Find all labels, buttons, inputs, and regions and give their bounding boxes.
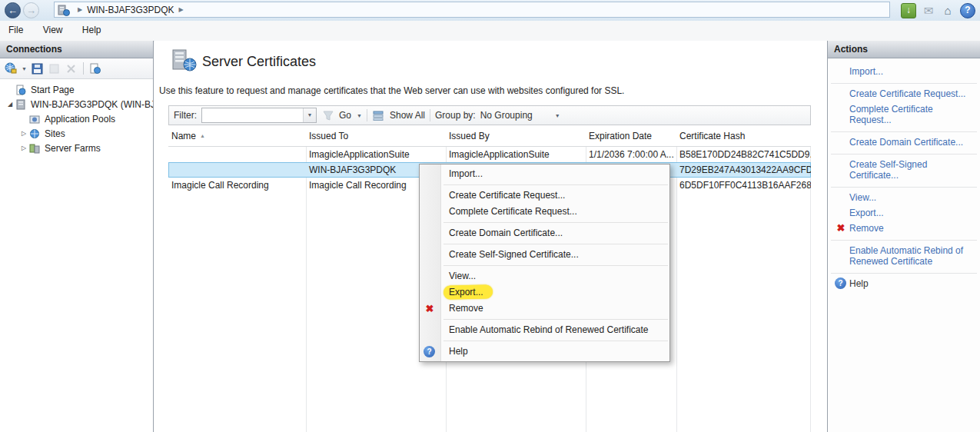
help-icon[interactable]: ?	[960, 3, 975, 18]
server-icon	[58, 5, 70, 15]
connection-dropdown-icon[interactable]: ▼	[22, 66, 27, 71]
go-dropdown-icon[interactable]: ▼	[357, 113, 362, 118]
remove-x-icon: ✖	[835, 222, 847, 234]
column-header-issued-by[interactable]: Issued By	[446, 127, 586, 146]
action-help[interactable]: ? Help	[831, 276, 977, 291]
menu-file[interactable]: File	[0, 21, 32, 39]
action-import[interactable]: Import...	[831, 64, 977, 79]
column-header-issued-to[interactable]: Issued To	[306, 127, 446, 146]
page-title: Server Certificates	[202, 54, 316, 70]
sites-icon	[29, 128, 42, 139]
menu-separator	[443, 319, 668, 320]
column-header-hash[interactable]: Certificate Hash	[676, 127, 811, 146]
cell-issued-to: ImagicleApplicationSuite	[306, 147, 446, 162]
tree-item-label: WIN-BJAF3G3PDQK (WIN-BJA	[31, 99, 153, 110]
refresh-icon	[48, 62, 61, 75]
start-page-icon[interactable]	[89, 62, 102, 75]
column-header-name[interactable]: Name▲	[168, 127, 306, 146]
remove-connection-icon	[65, 62, 78, 75]
filter-toolbar: Filter: ▼ Go ▼ Show All Group by: No Gro…	[168, 105, 811, 125]
chevron-right-icon: ▶	[179, 6, 184, 13]
tree-item-application-pools[interactable]: Application Pools	[0, 111, 153, 126]
connections-header: Connections	[0, 41, 153, 58]
context-enable-rebind[interactable]: Enable Automatic Rebind of Renewed Certi…	[420, 322, 669, 338]
tree-item-server[interactable]: ◢ WIN-BJAF3G3PDQK (WIN-BJA	[0, 97, 153, 111]
show-all-icon	[372, 109, 385, 122]
column-header-expiration[interactable]: Expiration Date	[586, 127, 676, 146]
actions-header: Actions	[828, 41, 980, 58]
group-by-dropdown-icon[interactable]: ▼	[555, 113, 560, 118]
tree-item-sites[interactable]: ▷ Sites	[0, 126, 153, 141]
cell-name	[168, 162, 306, 178]
remove-x-icon: ✖	[424, 303, 436, 315]
menu-help[interactable]: Help	[74, 21, 110, 39]
forward-button[interactable]: →	[23, 2, 39, 18]
context-create-self-signed-certificate[interactable]: Create Self-Signed Certificate...	[420, 247, 669, 263]
menu-separator	[443, 244, 668, 244]
chevron-right-icon: ▶	[78, 6, 82, 13]
tree-item-label: Start Page	[31, 85, 75, 95]
connections-panel: Connections ▼	[0, 41, 154, 432]
expander-collapsed-icon[interactable]: ▷	[18, 130, 29, 137]
list-header: Name▲ Issued To Issued By Expiration Dat…	[168, 127, 811, 147]
create-connection-icon[interactable]	[4, 62, 17, 75]
context-import[interactable]: Import...	[420, 166, 669, 182]
breadcrumb-server[interactable]: WIN-BJAF3G3PDQK	[87, 5, 174, 15]
filter-input[interactable]: ▼	[201, 108, 317, 123]
table-row[interactable]: ImagicleApplicationSuite ImagicleApplica…	[168, 147, 811, 162]
context-menu: Import... Create Certificate Request... …	[419, 164, 670, 362]
menu-separator	[443, 184, 668, 185]
action-create-certificate-request[interactable]: Create Certificate Request...	[831, 86, 977, 101]
action-export[interactable]: Export...	[831, 205, 977, 221]
cell-name: Imagicle Call Recording	[168, 178, 306, 193]
connections-toolbar: ▼	[0, 58, 153, 79]
tree-item-start-page[interactable]: Start Page	[0, 82, 153, 97]
tree-item-server-farms[interactable]: ▷ Server Farms	[0, 141, 153, 155]
start-page-icon	[15, 85, 28, 95]
chevron-down-icon[interactable]: ▼	[303, 108, 316, 122]
context-complete-certificate-request[interactable]: Complete Certificate Request...	[420, 204, 669, 220]
action-create-domain-certificate[interactable]: Create Domain Certificate...	[831, 135, 977, 150]
group-by-select[interactable]: No Grouping	[480, 110, 550, 121]
home-icon[interactable]: ⌂	[941, 4, 955, 18]
context-help[interactable]: ? Help	[420, 344, 669, 360]
context-export[interactable]: Export...	[420, 284, 669, 301]
action-create-self-signed-certificate[interactable]: Create Self-Signed Certificate...	[831, 157, 977, 183]
cell-hash: 7D29EB247A43013422AA9CFD...	[676, 162, 811, 178]
cell-expiration: 1/1/2036 7:00:00 A...	[586, 147, 676, 162]
toolbar-separator	[83, 62, 84, 75]
back-button[interactable]: ←	[5, 2, 21, 18]
server-certificates-icon	[170, 48, 198, 75]
action-remove[interactable]: ✖ Remove	[831, 221, 977, 236]
menu-separator	[443, 341, 668, 341]
help-icon: ?	[835, 277, 846, 289]
breadcrumb[interactable]: ▶ WIN-BJAF3G3PDQK ▶	[54, 2, 890, 18]
save-connection-icon[interactable]	[31, 62, 44, 75]
address-bar: ← → ▶ WIN-BJAF3G3PDQK ▶ ↓ ✉ ⌂ ?	[0, 0, 980, 22]
application-pools-icon	[29, 114, 42, 125]
group-by-label: Group by:	[435, 110, 476, 121]
go-button[interactable]: Go	[339, 110, 351, 121]
context-view[interactable]: View...	[420, 268, 669, 284]
server-icon	[15, 99, 28, 110]
action-complete-certificate-request[interactable]: Complete Certificate Request...	[831, 101, 977, 128]
context-create-domain-certificate[interactable]: Create Domain Certificate...	[420, 225, 669, 241]
connections-tree: Start Page ◢ WIN-BJAF3G3PDQK (WIN-BJA Ap…	[0, 79, 153, 155]
expander-collapsed-icon[interactable]: ▷	[18, 145, 29, 151]
menu-view[interactable]: View	[35, 21, 71, 39]
action-enable-rebind[interactable]: Enable Automatic Rebind of Renewed Certi…	[831, 243, 977, 269]
context-create-certificate-request[interactable]: Create Certificate Request...	[420, 188, 669, 204]
menu-separator	[443, 222, 668, 223]
go-funnel-icon	[321, 109, 334, 122]
cell-name	[168, 147, 306, 162]
tree-item-label: Sites	[45, 128, 65, 139]
action-view[interactable]: View...	[831, 190, 977, 205]
toolbar-separator	[430, 109, 430, 121]
iis-manager-window: ← → ▶ WIN-BJAF3G3PDQK ▶ ↓ ✉ ⌂ ? File Vie…	[0, 0, 980, 432]
filter-label: Filter:	[174, 110, 197, 121]
web-platform-icon[interactable]: ↓	[901, 3, 916, 18]
show-all-button[interactable]: Show All	[390, 110, 425, 121]
expander-expanded-icon[interactable]: ◢	[5, 101, 15, 108]
mail-icon[interactable]: ✉	[922, 4, 935, 18]
context-remove[interactable]: ✖ Remove	[420, 301, 669, 317]
